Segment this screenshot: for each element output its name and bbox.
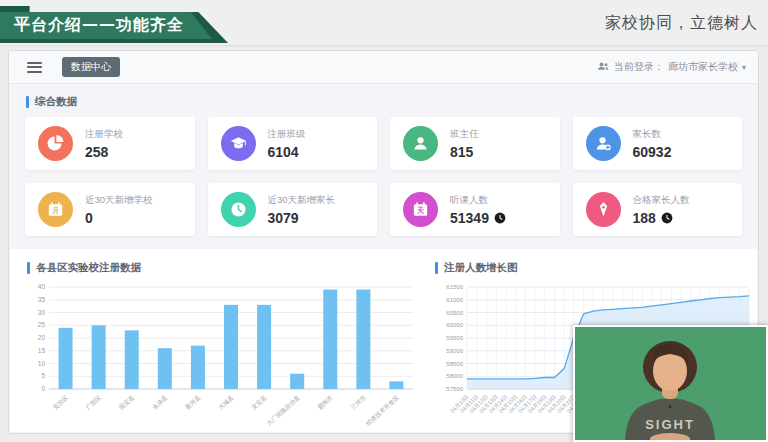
calendar-month-icon: 月 bbox=[38, 192, 73, 227]
district-bar-chart-panel: 各县区实验校注册数据 0510152025303540安次区广阳区固安县永清县香… bbox=[27, 261, 421, 429]
line-chart-title: 注册人数增长图 bbox=[444, 261, 518, 275]
stat-card-label: 近30天新增家长 bbox=[268, 194, 336, 207]
svg-text:58500: 58500 bbox=[446, 361, 463, 367]
svg-text:61000: 61000 bbox=[446, 297, 463, 303]
login-dropdown[interactable]: 当前登录： 廊坊市家长学校 ▾ bbox=[597, 60, 746, 75]
users-icon bbox=[597, 60, 610, 75]
stat-card-value: 3079 bbox=[268, 210, 299, 226]
login-label: 当前登录： bbox=[614, 60, 664, 74]
svg-text:40: 40 bbox=[38, 283, 46, 290]
stat-card-info: 注册班级6104 bbox=[268, 128, 306, 160]
stat-card-label: 合格家长人数 bbox=[633, 194, 690, 207]
svg-text:10: 10 bbox=[38, 360, 46, 367]
svg-text:固安县: 固安县 bbox=[117, 394, 136, 412]
bar bbox=[356, 290, 370, 389]
calendar-day-icon: 天 bbox=[403, 192, 438, 227]
stat-cards-row-1: 注册学校258注册班级6104班主任815家长数60932 bbox=[25, 117, 742, 170]
stat-card-value: 51349 bbox=[450, 210, 489, 226]
svg-text:0: 0 bbox=[41, 385, 45, 392]
svg-text:永清县: 永清县 bbox=[150, 394, 168, 411]
summary-section-header: 综合数据 bbox=[26, 95, 758, 109]
stat-card: 班主任815 bbox=[390, 117, 560, 170]
app-root: 平台介绍——功能齐全 家校协同，立德树人 数据中心 当前登录： 廊坊市家长学校 … bbox=[0, 0, 768, 442]
stat-card-info: 听课人数51349 bbox=[450, 194, 506, 226]
svg-text:月: 月 bbox=[52, 206, 59, 215]
page-title: 平台介绍——功能齐全 bbox=[14, 15, 198, 36]
section-accent-bar bbox=[27, 262, 30, 274]
stat-card-label: 听课人数 bbox=[450, 194, 506, 207]
history-clock-icon[interactable] bbox=[661, 212, 673, 224]
svg-text:20: 20 bbox=[38, 334, 46, 341]
stat-card-label: 注册学校 bbox=[85, 128, 123, 141]
login-school-name: 廊坊市家长学校 bbox=[668, 60, 738, 74]
stat-card-value: 60932 bbox=[633, 144, 672, 160]
slogan-text: 家校协同，立德树人 bbox=[605, 13, 758, 34]
line-chart-header: 注册人数增长图 bbox=[435, 261, 753, 275]
stat-card-info: 家长数60932 bbox=[633, 128, 672, 160]
bar bbox=[191, 346, 205, 389]
stat-card-info: 近30天新增学校0 bbox=[85, 194, 153, 226]
teacher-icon bbox=[403, 126, 438, 161]
stat-card-value: 258 bbox=[85, 144, 108, 160]
pie-chart-icon bbox=[38, 126, 73, 161]
stat-card: 月近30天新增学校0 bbox=[25, 183, 195, 236]
stat-card-value: 6104 bbox=[268, 144, 299, 160]
shirt-text: SIGHT bbox=[645, 417, 695, 432]
stat-card-label: 班主任 bbox=[450, 128, 479, 141]
stat-card-value: 0 bbox=[85, 210, 93, 226]
svg-text:安次区: 安次区 bbox=[51, 394, 69, 411]
stat-card-info: 近30天新增家长3079 bbox=[268, 194, 336, 226]
svg-text:经济技术开发区: 经济技术开发区 bbox=[364, 394, 400, 427]
svg-text:5: 5 bbox=[41, 372, 45, 379]
history-clock-icon[interactable] bbox=[494, 212, 506, 224]
stat-card-label: 注册班级 bbox=[268, 128, 306, 141]
bar bbox=[158, 348, 172, 389]
bar bbox=[257, 305, 271, 389]
breadcrumb-tag[interactable]: 数据中心 bbox=[62, 57, 120, 77]
parent-add-icon bbox=[586, 126, 621, 161]
svg-text:香河县: 香河县 bbox=[184, 394, 203, 412]
svg-text:57500: 57500 bbox=[446, 386, 463, 392]
svg-text:60000: 60000 bbox=[446, 322, 463, 328]
svg-text:35: 35 bbox=[38, 296, 46, 303]
bar bbox=[323, 290, 337, 389]
page-header: 平台介绍——功能齐全 家校协同，立德树人 bbox=[0, 0, 768, 46]
presenter-silhouette: SIGHT bbox=[575, 327, 766, 440]
bar bbox=[290, 374, 304, 389]
bar-chart-title: 各县区实验校注册数据 bbox=[36, 261, 141, 275]
stat-card: 家长数60932 bbox=[573, 117, 743, 170]
stat-card-info: 合格家长人数188 bbox=[633, 194, 690, 226]
section-accent-bar bbox=[26, 96, 29, 108]
bar-chart-header: 各县区实验校注册数据 bbox=[27, 261, 421, 275]
svg-text:30: 30 bbox=[38, 309, 46, 316]
dashboard-topbar: 数据中心 当前登录： 廊坊市家长学校 ▾ bbox=[9, 51, 758, 84]
stat-card-label: 近30天新增学校 bbox=[85, 194, 153, 207]
stat-card: 近30天新增家长3079 bbox=[208, 183, 378, 236]
pen-nib-icon bbox=[586, 192, 621, 227]
stat-card: 天听课人数51349 bbox=[390, 183, 560, 236]
banner-ribbon: 平台介绍——功能齐全 bbox=[0, 12, 212, 39]
menu-toggle-icon[interactable] bbox=[27, 62, 42, 73]
bar bbox=[224, 305, 238, 389]
stat-card-value: 815 bbox=[450, 144, 473, 160]
svg-text:大厂回族自治县: 大厂回族自治县 bbox=[265, 394, 302, 428]
stat-card-info: 班主任815 bbox=[450, 128, 479, 160]
section-accent-bar bbox=[435, 262, 438, 274]
chevron-down-icon: ▾ bbox=[742, 63, 746, 72]
graduation-cap-icon bbox=[221, 126, 256, 161]
svg-text:文安县: 文安县 bbox=[250, 394, 268, 411]
svg-text:60500: 60500 bbox=[446, 310, 463, 316]
svg-text:61500: 61500 bbox=[446, 284, 463, 290]
district-bar-chart: 0510152025303540安次区广阳区固安县永清县香河县大城县文安县大厂回… bbox=[27, 281, 421, 429]
bar bbox=[125, 330, 139, 389]
stat-cards-row-2: 月近30天新增学校0近30天新增家长3079天听课人数51349合格家长人数18… bbox=[25, 183, 742, 236]
bar-chart-svg: 0510152025303540安次区广阳区固安县永清县香河县大城县文安县大厂回… bbox=[27, 281, 419, 429]
svg-text:59500: 59500 bbox=[446, 335, 463, 341]
svg-text:三河市: 三河市 bbox=[349, 394, 367, 411]
stat-card-info: 注册学校258 bbox=[85, 128, 123, 160]
svg-text:58000: 58000 bbox=[446, 373, 463, 379]
svg-text:59000: 59000 bbox=[446, 348, 463, 354]
bar bbox=[92, 325, 106, 389]
bar bbox=[59, 328, 73, 389]
svg-text:天: 天 bbox=[416, 206, 425, 215]
